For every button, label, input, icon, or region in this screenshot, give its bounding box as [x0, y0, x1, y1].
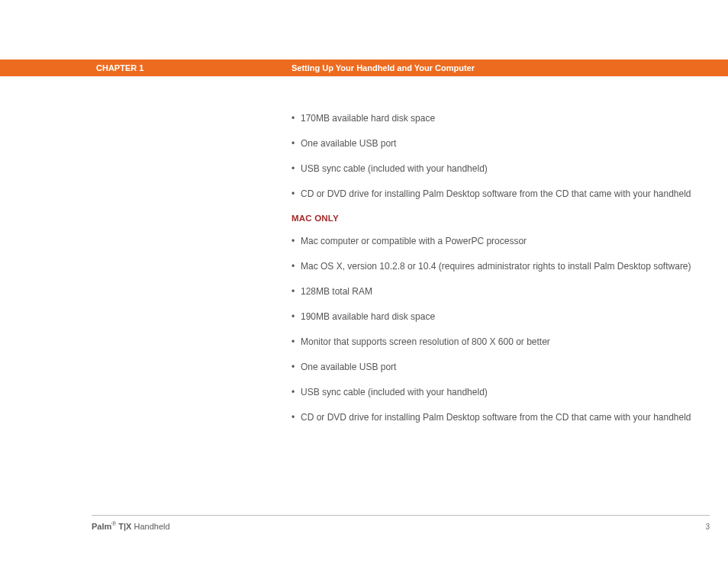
- list-item: Mac computer or compatible with a PowerP…: [292, 234, 710, 248]
- list-item: USB sync cable (included with your handh…: [292, 385, 710, 399]
- chapter-label: CHAPTER 1: [96, 63, 143, 72]
- list-item: Mac OS X, version 10.2.8 or 10.4 (requir…: [292, 259, 710, 273]
- footer-rule: [92, 515, 710, 516]
- page-footer: Palm® T|X Handheld 3: [92, 520, 710, 531]
- list-item: One available USB port: [292, 360, 710, 374]
- requirements-list-1: 170MB available hard disk space One avai…: [292, 111, 710, 201]
- chapter-header-bar: CHAPTER 1 Setting Up Your Handheld and Y…: [0, 60, 728, 76]
- list-item: USB sync cable (included with your handh…: [292, 162, 710, 175]
- requirements-list-2: Mac computer or compatible with a PowerP…: [292, 234, 710, 424]
- list-item: CD or DVD drive for installing Palm Desk…: [292, 410, 710, 424]
- footer-brand: Palm: [92, 522, 111, 531]
- footer-model: T|X: [116, 522, 131, 531]
- list-item: 190MB available hard disk space: [292, 310, 710, 323]
- list-item: 170MB available hard disk space: [292, 111, 710, 125]
- chapter-title: Setting Up Your Handheld and Your Comput…: [292, 63, 475, 72]
- footer-suffix: Handheld: [131, 522, 169, 531]
- list-item: One available USB port: [292, 137, 710, 150]
- list-item: 128MB total RAM: [292, 285, 710, 298]
- page-content: 170MB available hard disk space One avai…: [292, 111, 710, 436]
- footer-product-name: Palm® T|X Handheld: [92, 520, 170, 531]
- list-item: Monitor that supports screen resolution …: [292, 335, 710, 349]
- page-number: 3: [705, 523, 710, 531]
- mac-only-heading: MAC ONLY: [292, 212, 710, 225]
- list-item: CD or DVD drive for installing Palm Desk…: [292, 187, 710, 201]
